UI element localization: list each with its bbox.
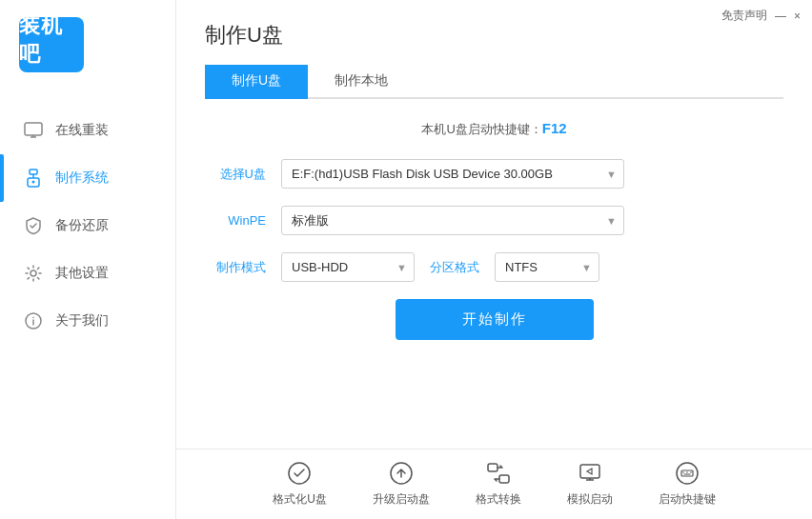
sidebar-item-other-settings[interactable]: 其他设置 [0,250,175,297]
usb-icon [23,168,44,189]
tab-make-local[interactable]: 制作本地 [308,65,415,99]
monitor-icon [23,120,44,141]
shortcut-prefix: 本机U盘启动快捷键： [421,122,541,136]
svg-point-10 [32,317,34,319]
tool-convert-format[interactable]: 格式转换 [476,459,521,508]
select-usb-row: 选择U盘 E:F:(hd1)USB Flash Disk USB Device … [205,159,783,189]
sidebar-item-backup-restore[interactable]: 备份还原 [0,202,175,250]
tool-simulate-boot-label: 模拟启动 [567,491,613,508]
shortcut-key: F12 [542,120,567,136]
mode-select-wrap: USB-HDD USB-ZIP USB-FDD ▼ [281,252,415,282]
usb-select[interactable]: E:F:(hd1)USB Flash Disk USB Device 30.00… [281,159,624,189]
tool-format-usb[interactable]: 格式化U盘 [273,459,327,508]
usb-select-wrap: E:F:(hd1)USB Flash Disk USB Device 30.00… [281,159,624,189]
sidebar-item-label: 其他设置 [55,265,109,282]
tool-upgrade-boot[interactable]: 升级启动盘 [373,459,430,508]
close-button[interactable]: × [794,10,801,23]
svg-rect-15 [580,465,599,478]
gear-icon [23,263,44,284]
check-circle-icon [285,459,314,488]
bottom-toolbar: 格式化U盘 升级启动盘 格式转换 [176,449,812,519]
logo-text: 装机吧 [19,11,84,69]
logo-area: 装机吧 ZHUANG.JIBA.COM [0,0,175,88]
select-usb-label: 选择U盘 [205,166,266,183]
svg-point-18 [677,463,698,484]
sidebar-item-online-reinstall[interactable]: 在线重装 [0,107,175,154]
minimize-button[interactable]: — [775,10,786,23]
sidebar-item-label: 制作系统 [55,170,109,187]
tool-format-usb-label: 格式化U盘 [273,491,327,508]
svg-point-7 [30,270,36,276]
mode-label: 制作模式 [205,259,266,276]
tab-make-usb[interactable]: 制作U盘 [205,65,308,99]
logo: 装机吧 ZHUANG.JIBA.COM [19,17,84,72]
sidebar-item-label: 备份还原 [55,217,109,234]
nav-menu: 在线重装 制作系统 备份还原 [0,88,175,519]
shield-icon [23,215,44,236]
svg-rect-3 [30,170,37,174]
logo-sub: ZHUANG.JIBA.COM [11,70,91,79]
sidebar: 装机吧 ZHUANG.JIBA.COM 在线重装 [0,0,176,519]
svg-rect-0 [25,123,42,135]
partition-select-wrap: NTFS FAT32 ▼ [495,252,599,282]
mode-row: 制作模式 USB-HDD USB-ZIP USB-FDD ▼ 分区格式 NTFS… [205,252,783,282]
sidebar-item-label: 关于我们 [55,312,109,329]
tool-simulate-boot[interactable]: 模拟启动 [567,459,613,508]
disclaimer-link[interactable]: 免责声明 [721,8,767,24]
svg-rect-14 [499,475,509,483]
tool-convert-format-label: 格式转换 [476,491,521,508]
sidebar-item-about-us[interactable]: 关于我们 [0,297,175,345]
upload-circle-icon [387,459,416,488]
tool-boot-shortcut[interactable]: 启动快捷键 [659,459,716,508]
svg-rect-19 [681,470,693,476]
winpe-label: WinPE [205,213,266,228]
page-title: 制作U盘 [205,21,783,50]
sidebar-item-make-system[interactable]: 制作系统 [0,154,175,202]
winpe-select-wrap: 标准版 高级版 ▼ [281,206,624,235]
sidebar-item-label: 在线重装 [55,122,109,139]
start-button[interactable]: 开始制作 [396,299,594,340]
partition-label: 分区格式 [430,259,479,276]
svg-point-6 [32,181,35,184]
title-bar: 免责声明 — × [710,0,812,31]
main-content: 制作U盘 制作U盘 制作本地 本机U盘启动快捷键：F12 选择U盘 E:F:(h… [176,0,812,519]
keyboard-icon [673,459,701,488]
winpe-row: WinPE 标准版 高级版 ▼ [205,206,783,235]
info-icon [23,310,44,331]
convert-icon [484,459,513,488]
form-area: 本机U盘启动快捷键：F12 选择U盘 E:F:(hd1)USB Flash Di… [176,99,812,449]
tool-upgrade-boot-label: 升级启动盘 [373,491,430,508]
winpe-select[interactable]: 标准版 高级版 [281,206,624,235]
tab-bar: 制作U盘 制作本地 [205,65,783,99]
tool-boot-shortcut-label: 启动快捷键 [659,491,716,508]
simulate-icon [576,459,604,488]
svg-rect-13 [488,464,497,471]
mode-select[interactable]: USB-HDD USB-ZIP USB-FDD [281,252,415,282]
shortcut-tip: 本机U盘启动快捷键：F12 [205,120,783,138]
partition-select[interactable]: NTFS FAT32 [495,252,599,282]
